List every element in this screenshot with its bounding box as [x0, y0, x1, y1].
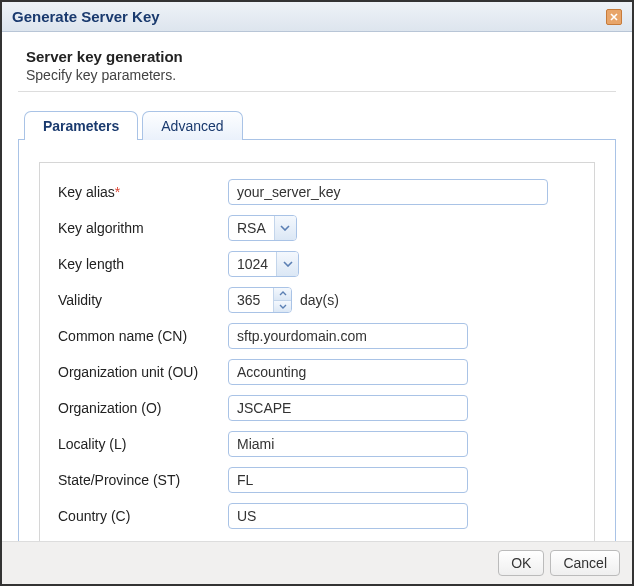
label-country: Country (C)	[58, 508, 228, 524]
label-validity-unit: day(s)	[300, 292, 339, 308]
tab-parameters[interactable]: Parameters	[24, 111, 138, 140]
label-state: State/Province (ST)	[58, 472, 228, 488]
cancel-button[interactable]: Cancel	[550, 550, 620, 576]
input-key-alias[interactable]	[228, 179, 548, 205]
row-key-length: Key length 1024	[58, 251, 576, 277]
close-button[interactable]	[606, 9, 622, 25]
dialog-title: Generate Server Key	[12, 8, 160, 25]
label-validity: Validity	[58, 292, 228, 308]
row-validity: Validity 365 day(s)	[58, 287, 576, 313]
required-mark: *	[115, 184, 120, 200]
heading-subtitle: Specify key parameters.	[26, 67, 612, 83]
spinner-validity-buttons	[273, 288, 291, 312]
heading-block: Server key generation Specify key parame…	[18, 44, 616, 92]
content-area: Server key generation Specify key parame…	[2, 32, 632, 541]
row-country: Country (C)	[58, 503, 576, 529]
label-key-algorithm: Key algorithm	[58, 220, 228, 236]
spinner-validity-down[interactable]	[274, 300, 291, 313]
label-key-alias-text: Key alias	[58, 184, 115, 200]
form-box: Key alias* Key algorithm RSA Key length	[39, 162, 595, 541]
row-organization: Organization (O)	[58, 395, 576, 421]
chevron-up-icon	[279, 291, 287, 296]
row-org-unit: Organization unit (OU)	[58, 359, 576, 385]
input-state[interactable]	[228, 467, 468, 493]
label-key-alias: Key alias*	[58, 184, 228, 200]
chevron-down-icon	[280, 225, 290, 231]
select-key-algorithm-trigger[interactable]	[274, 216, 296, 240]
select-key-length[interactable]: 1024	[228, 251, 299, 277]
tab-panel-parameters: Key alias* Key algorithm RSA Key length	[18, 139, 616, 541]
spinner-validity-up[interactable]	[274, 288, 291, 300]
chevron-down-icon	[283, 261, 293, 267]
row-common-name: Common name (CN)	[58, 323, 576, 349]
select-key-algorithm[interactable]: RSA	[228, 215, 297, 241]
tab-advanced[interactable]: Advanced	[142, 111, 242, 140]
heading-title: Server key generation	[26, 48, 612, 65]
chevron-down-icon	[279, 304, 287, 309]
dialog-generate-server-key: Generate Server Key Server key generatio…	[0, 0, 634, 586]
input-organization[interactable]	[228, 395, 468, 421]
close-icon	[610, 13, 618, 21]
ok-button[interactable]: OK	[498, 550, 544, 576]
select-key-length-trigger[interactable]	[276, 252, 298, 276]
dialog-footer: OK Cancel	[2, 541, 632, 584]
label-org-unit: Organization unit (OU)	[58, 364, 228, 380]
label-organization: Organization (O)	[58, 400, 228, 416]
select-key-length-value: 1024	[229, 252, 276, 276]
spinner-validity[interactable]: 365	[228, 287, 292, 313]
input-common-name[interactable]	[228, 323, 468, 349]
row-key-alias: Key alias*	[58, 179, 576, 205]
row-locality: Locality (L)	[58, 431, 576, 457]
spinner-validity-value: 365	[229, 288, 273, 312]
titlebar: Generate Server Key	[2, 2, 632, 32]
input-country[interactable]	[228, 503, 468, 529]
select-key-algorithm-value: RSA	[229, 216, 274, 240]
tab-strip: Parameters Advanced	[18, 110, 616, 139]
label-locality: Locality (L)	[58, 436, 228, 452]
label-common-name: Common name (CN)	[58, 328, 228, 344]
label-key-length: Key length	[58, 256, 228, 272]
row-state: State/Province (ST)	[58, 467, 576, 493]
input-locality[interactable]	[228, 431, 468, 457]
row-key-algorithm: Key algorithm RSA	[58, 215, 576, 241]
input-org-unit[interactable]	[228, 359, 468, 385]
